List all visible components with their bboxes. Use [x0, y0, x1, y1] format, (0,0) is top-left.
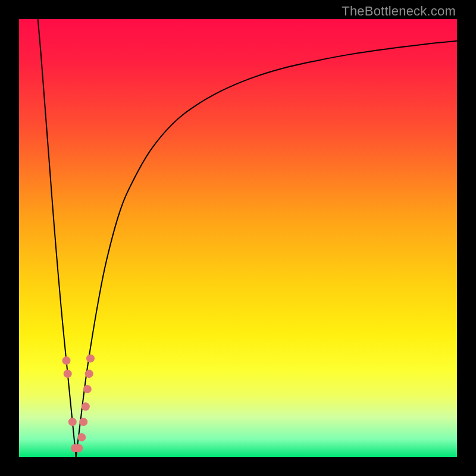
- data-marker: [86, 354, 95, 362]
- data-marker: [82, 402, 90, 411]
- data-marker: [83, 385, 92, 393]
- bottleneck-curve: [19, 19, 457, 457]
- data-marker: [85, 369, 93, 378]
- data-marker: [68, 418, 77, 426]
- chart-frame: TheBottleneck.com: [0, 0, 476, 476]
- data-marker: [62, 356, 70, 365]
- data-marker: [64, 369, 72, 378]
- curve-left-branch: [38, 19, 76, 457]
- plot-area: [19, 19, 457, 457]
- data-marker: [79, 418, 87, 426]
- watermark-text: TheBottleneck.com: [342, 4, 456, 19]
- data-marker: [74, 444, 83, 452]
- curve-right-branch: [76, 41, 457, 457]
- data-marker: [77, 433, 86, 441]
